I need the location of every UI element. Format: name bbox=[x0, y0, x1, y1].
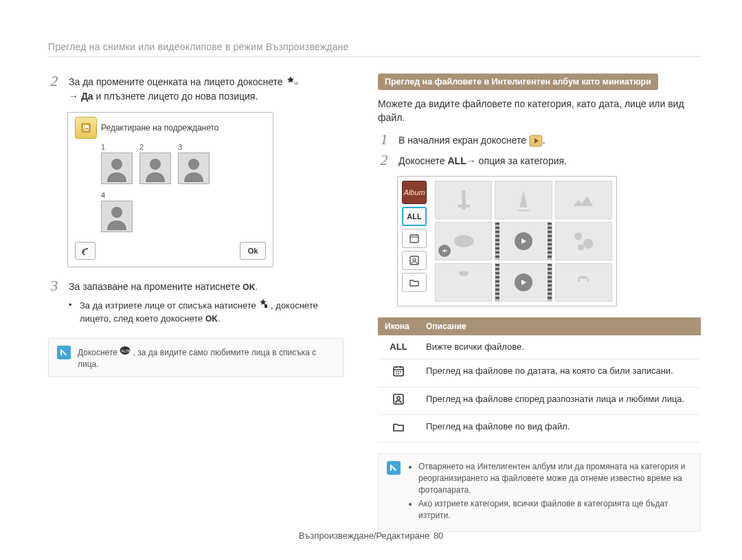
step-3: 3 За запазване на промените натиснете OK… bbox=[48, 278, 344, 293]
grid-thumb[interactable] bbox=[555, 181, 612, 219]
edit-arrange-screen: Редактиране на подреждането 1 2 3 bbox=[67, 112, 273, 267]
th-icon: Икона bbox=[378, 317, 419, 335]
note-right-item-2: Ако изтриете категория, всички файлове в… bbox=[418, 498, 692, 522]
ok-button[interactable]: Ok bbox=[240, 242, 266, 260]
desc-date: Преглед на файлове по датата, на която с… bbox=[419, 359, 701, 387]
icon-description-table: Икона Описание ALL Вижте всички файлове.… bbox=[378, 317, 701, 443]
volume-icon bbox=[438, 245, 451, 257]
face-thumb-3[interactable]: 3 bbox=[178, 143, 210, 184]
intro-paragraph: Можете да видите файловете по категория,… bbox=[378, 97, 701, 125]
svg-point-32 bbox=[398, 373, 399, 374]
note-left-text-a: Докоснете bbox=[78, 348, 120, 357]
table-row: Преглед на файлове по вид файл. bbox=[378, 414, 701, 442]
svg-point-23 bbox=[578, 245, 584, 251]
footer-page-number: 80 bbox=[434, 530, 443, 541]
grid-thumb[interactable] bbox=[555, 222, 612, 260]
back-button[interactable] bbox=[75, 242, 95, 260]
face-tab[interactable] bbox=[402, 251, 427, 270]
svg-point-6 bbox=[188, 159, 199, 170]
arrange-app-icon bbox=[75, 117, 97, 139]
r-step-1-text: В началния екран докоснете bbox=[398, 135, 529, 146]
svg-point-29 bbox=[398, 371, 399, 372]
step-2: 2 За да промените оценката на лицето док… bbox=[48, 74, 344, 104]
grid-thumb[interactable] bbox=[555, 263, 612, 302]
svg-point-7 bbox=[111, 207, 122, 218]
note-right-item-1: Отварянето на Интелигентен албум или да … bbox=[418, 461, 692, 495]
smart-album-screen: Album ALL bbox=[397, 176, 617, 306]
svg-point-22 bbox=[583, 239, 593, 249]
grid-thumb-audio[interactable] bbox=[435, 222, 492, 260]
section-header: Преглед на файловете в Интелигентен албу… bbox=[378, 74, 658, 90]
person-icon bbox=[378, 387, 419, 414]
face-thumb-2[interactable]: 2 bbox=[139, 143, 171, 184]
svg-point-21 bbox=[575, 233, 583, 240]
note-icon bbox=[387, 461, 401, 475]
note-icon bbox=[57, 346, 71, 359]
ok-glyph-icon: OK bbox=[205, 314, 218, 324]
date-tab[interactable] bbox=[402, 229, 427, 248]
svg-point-34 bbox=[397, 396, 400, 399]
table-row: ALL Вижте всички файлове. bbox=[378, 335, 701, 359]
calendar-icon bbox=[378, 359, 419, 387]
r-step-1: 1 В началния екран докоснете . bbox=[378, 132, 701, 147]
svg-point-28 bbox=[396, 371, 397, 372]
step-2-text-2a: → bbox=[69, 91, 81, 102]
table-row: Преглед на файлове според разпознати лиц… bbox=[378, 387, 701, 414]
play-icon bbox=[515, 273, 532, 291]
face-thumb-4[interactable]: 4 bbox=[101, 191, 266, 232]
svg-text:FLTR: FLTR bbox=[122, 348, 131, 352]
grid-thumb[interactable] bbox=[495, 181, 552, 219]
svg-rect-8 bbox=[265, 304, 267, 308]
footer-section: Възпроизвеждане/Редактиране bbox=[299, 530, 430, 541]
note-box-right: Отварянето на Интелигентен албум или да … bbox=[378, 453, 701, 532]
step-3-text: За запазване на промените натиснете bbox=[69, 281, 243, 292]
svg-point-30 bbox=[400, 371, 401, 372]
playback-mode-icon bbox=[529, 135, 543, 147]
step-2-text-1: За да промените оценката на лицето докос… bbox=[69, 76, 286, 87]
svg-rect-12 bbox=[410, 235, 418, 243]
desc-face: Преглед на файлове според разпознати лиц… bbox=[419, 387, 701, 414]
face-thumb-1[interactable]: 1 bbox=[101, 143, 133, 184]
page-footer: Възпроизвеждане/Редактиране 80 bbox=[0, 530, 742, 541]
substep-text-a: За да изтриете лице от списъка натиснете bbox=[80, 300, 258, 311]
play-icon bbox=[515, 232, 532, 250]
ok-glyph-icon: OK bbox=[243, 282, 255, 292]
grid-thumb[interactable] bbox=[435, 263, 492, 302]
folder-icon bbox=[378, 414, 419, 442]
table-row: Преглед на файлове по датата, на която с… bbox=[378, 359, 701, 387]
grid-thumb[interactable] bbox=[435, 181, 492, 219]
r-step-2-text-b: → опция за категория. bbox=[466, 155, 567, 166]
r-step-2-all: ALL bbox=[447, 155, 466, 166]
step-number: 1 bbox=[378, 132, 390, 147]
desc-type: Преглед на файлове по вид файл. bbox=[419, 414, 701, 442]
svg-point-20 bbox=[453, 235, 473, 247]
note-box-left: Докоснете FLTR , за да видите само любим… bbox=[48, 338, 344, 378]
grid-thumb-video[interactable] bbox=[495, 263, 552, 302]
header-rule bbox=[48, 56, 701, 57]
svg-rect-2 bbox=[83, 125, 89, 131]
all-tab[interactable]: ALL bbox=[402, 207, 427, 226]
svg-point-17 bbox=[413, 258, 416, 261]
step-number: 2 bbox=[48, 74, 60, 104]
svg-text:123: 123 bbox=[294, 81, 298, 85]
star-trash-icon bbox=[258, 300, 271, 311]
star-rank-icon: 123 bbox=[286, 76, 298, 89]
svg-point-3 bbox=[84, 126, 85, 127]
svg-rect-19 bbox=[458, 205, 470, 208]
folder-tab[interactable] bbox=[402, 273, 427, 292]
grid-thumb-video[interactable] bbox=[495, 222, 552, 260]
svg-point-5 bbox=[150, 159, 161, 170]
th-desc: Описание bbox=[419, 317, 701, 335]
svg-rect-33 bbox=[394, 394, 403, 404]
breadcrumb: Преглед на снимки или видеоклипове в реж… bbox=[48, 41, 701, 52]
step-3-substep: • За да изтриете лице от списъка натисне… bbox=[69, 299, 344, 326]
album-tab[interactable]: Album bbox=[402, 181, 427, 204]
step-number: 2 bbox=[378, 153, 390, 168]
svg-point-4 bbox=[111, 159, 122, 170]
r-step-2-text-a: Докоснете bbox=[398, 155, 447, 166]
r-step-2: 2 Докоснете ALL→ опция за категория. bbox=[378, 153, 701, 168]
filter-favorites-icon: FLTR bbox=[120, 348, 133, 357]
step-number: 3 bbox=[48, 278, 60, 293]
arrange-title: Редактиране на подреждането bbox=[101, 123, 219, 133]
step-2-yes: Да bbox=[81, 91, 93, 102]
